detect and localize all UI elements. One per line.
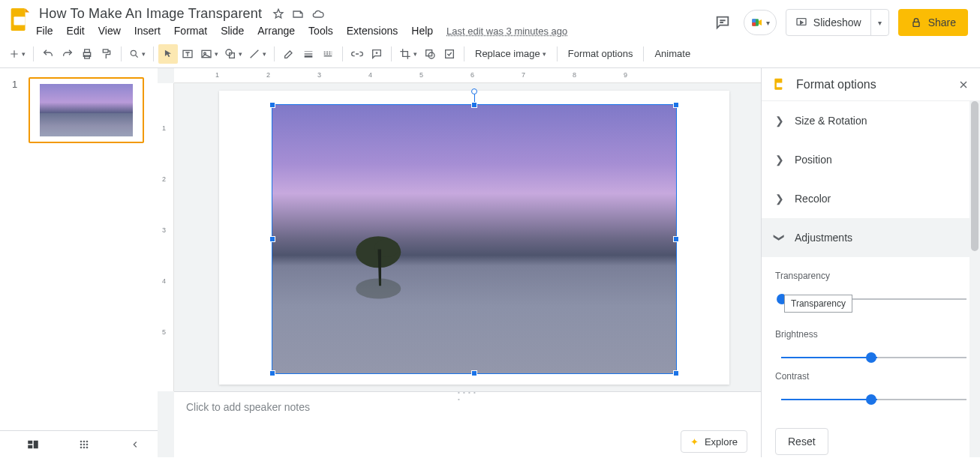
slide-canvas[interactable] xyxy=(219,91,729,385)
lock-icon xyxy=(910,16,922,28)
toolbar: Replace image Format options Animate xyxy=(0,40,980,68)
section-recolor[interactable]: ❯ Recolor xyxy=(762,179,980,218)
undo-button[interactable] xyxy=(38,44,58,64)
slideshow-label: Slideshow xyxy=(813,16,861,28)
section-label: Position xyxy=(795,154,832,166)
svg-rect-8 xyxy=(85,49,90,52)
svg-rect-21 xyxy=(28,445,32,448)
star-icon[interactable] xyxy=(272,8,284,20)
menu-format[interactable]: Format xyxy=(174,25,207,37)
slide-number: 1 xyxy=(12,79,17,90)
svg-rect-36 xyxy=(777,82,783,87)
sidebar-title: Format options xyxy=(796,78,948,91)
animate-button[interactable]: Animate xyxy=(648,44,696,64)
select-tool[interactable] xyxy=(158,44,178,64)
resize-handle-ne[interactable] xyxy=(673,102,679,108)
slideshow-dropdown[interactable]: ▾ xyxy=(870,10,888,35)
format-options-icon xyxy=(772,77,787,92)
slider-thumb[interactable] xyxy=(866,352,876,363)
comments-icon[interactable] xyxy=(711,10,735,34)
mask-button[interactable] xyxy=(420,44,440,64)
menu-slide[interactable]: Slide xyxy=(221,25,244,37)
menu-extensions[interactable]: Extensions xyxy=(347,25,398,37)
move-icon[interactable] xyxy=(292,8,304,20)
cloud-icon[interactable] xyxy=(311,8,325,20)
resize-handle-s[interactable] xyxy=(471,370,477,376)
paint-format-button[interactable] xyxy=(97,44,116,64)
horizontal-ruler: 123456789 xyxy=(174,68,761,83)
menu-help[interactable]: Help xyxy=(411,25,433,37)
slides-logo[interactable] xyxy=(5,4,35,34)
resize-handle-n[interactable] xyxy=(471,102,477,108)
format-options-panel: Format options ❯ Size & Rotation ❯ Posit… xyxy=(761,68,980,457)
scrollbar-thumb[interactable] xyxy=(971,101,978,251)
close-sidebar-button[interactable] xyxy=(957,79,969,91)
speaker-notes[interactable]: • • • • • Click to add speaker notes xyxy=(174,391,761,430)
new-slide-button[interactable] xyxy=(6,44,29,64)
svg-point-29 xyxy=(80,446,83,448)
contrast-label: Contrast xyxy=(775,371,966,382)
share-button[interactable]: Share xyxy=(898,9,968,36)
resize-handle-se[interactable] xyxy=(673,370,679,376)
svg-rect-6 xyxy=(913,22,919,26)
notes-drag-handle[interactable]: • • • • • xyxy=(458,389,477,392)
brightness-slider[interactable] xyxy=(775,352,966,364)
menu-edit[interactable]: Edit xyxy=(67,25,85,37)
chevron-right-icon: ❯ xyxy=(775,154,784,166)
meet-button[interactable]: ▾ xyxy=(744,10,777,35)
reset-image-button[interactable] xyxy=(440,44,459,64)
svg-point-27 xyxy=(83,443,86,445)
crop-button[interactable] xyxy=(396,44,420,64)
svg-point-25 xyxy=(86,440,89,442)
section-adjustments[interactable]: ❯ Adjustments xyxy=(762,218,980,257)
resize-handle-nw[interactable] xyxy=(269,102,275,108)
sidebar-scrollbar[interactable] xyxy=(969,101,980,457)
present-icon xyxy=(795,16,807,28)
menu-insert[interactable]: Insert xyxy=(134,25,161,37)
textbox-tool[interactable] xyxy=(178,44,197,64)
reset-button[interactable]: Reset xyxy=(775,428,828,455)
svg-point-28 xyxy=(86,443,89,445)
section-position[interactable]: ❯ Position xyxy=(762,140,980,179)
menu-arrange[interactable]: Arrange xyxy=(257,25,295,37)
print-button[interactable] xyxy=(77,44,97,64)
image-tool[interactable] xyxy=(197,44,221,64)
explore-icon: ✦ xyxy=(690,436,699,448)
slide-thumbnail[interactable] xyxy=(29,77,144,143)
border-color-button[interactable] xyxy=(279,44,299,64)
svg-rect-10 xyxy=(103,49,108,52)
comment-button[interactable] xyxy=(367,44,386,64)
share-label: Share xyxy=(928,16,956,28)
svg-point-11 xyxy=(131,50,136,55)
resize-handle-w[interactable] xyxy=(269,236,275,242)
grid-view-icon[interactable] xyxy=(72,433,96,457)
collapse-rail-icon[interactable] xyxy=(123,433,147,457)
document-title[interactable]: How To Make An Image Transparent xyxy=(36,4,265,23)
resize-handle-sw[interactable] xyxy=(269,370,275,376)
filmstrip-view-icon[interactable] xyxy=(21,433,45,457)
border-weight-button[interactable] xyxy=(299,44,318,64)
resize-handle-e[interactable] xyxy=(673,236,679,242)
border-dash-button[interactable] xyxy=(318,44,338,64)
svg-point-23 xyxy=(80,440,83,442)
section-size-rotation[interactable]: ❯ Size & Rotation xyxy=(762,101,980,140)
slider-thumb[interactable] xyxy=(866,394,876,405)
menu-view[interactable]: View xyxy=(98,25,121,37)
rotation-handle[interactable] xyxy=(471,88,477,94)
menu-tools[interactable]: Tools xyxy=(308,25,333,37)
selected-image[interactable] xyxy=(272,104,677,374)
explore-button[interactable]: ✦ Explore xyxy=(681,430,747,453)
svg-point-30 xyxy=(83,446,86,448)
format-options-button[interactable]: Format options xyxy=(562,44,639,64)
link-button[interactable] xyxy=(347,44,367,64)
slideshow-button[interactable]: Slideshow xyxy=(786,16,870,28)
zoom-button[interactable] xyxy=(126,44,149,64)
last-edit-link[interactable]: Last edit was 3 minutes ago xyxy=(446,25,567,37)
replace-image-button[interactable]: Replace image xyxy=(469,44,552,64)
line-tool[interactable] xyxy=(245,44,269,64)
svg-point-26 xyxy=(80,443,83,445)
shape-tool[interactable] xyxy=(221,44,245,64)
contrast-slider[interactable] xyxy=(775,394,966,406)
redo-button[interactable] xyxy=(58,44,77,64)
menu-file[interactable]: File xyxy=(36,25,53,37)
